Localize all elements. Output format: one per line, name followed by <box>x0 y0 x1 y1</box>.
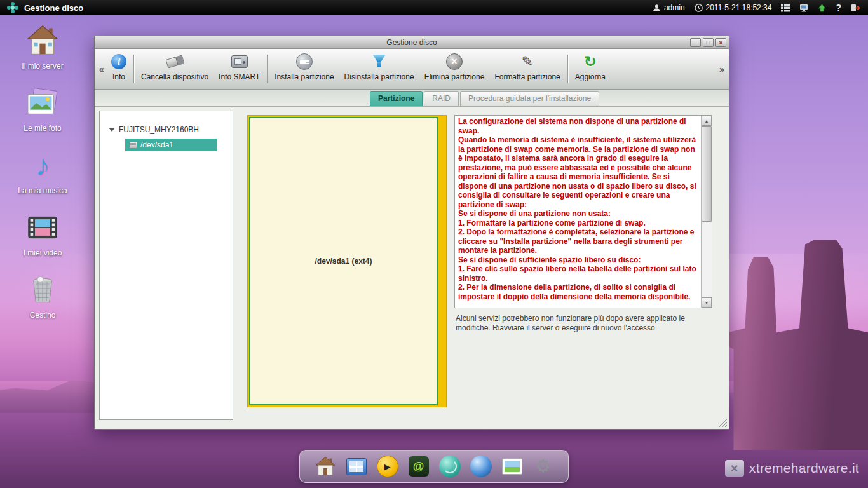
info-line: 1. Fare clic sullo spazio libero nella t… <box>458 264 698 283</box>
dock-network-icon[interactable] <box>438 454 462 478</box>
window-content: FUJITSU_MHY2160BH /dev/sda1 /dev/sda1 (e… <box>95 107 729 429</box>
xtremehardware-logo-icon <box>725 460 744 477</box>
device-icon <box>231 55 248 68</box>
dock-browser-icon[interactable] <box>469 454 493 478</box>
info-icon <box>111 54 126 69</box>
dock-file-manager-icon[interactable] <box>344 454 369 478</box>
desktop-icon-label: Le mie foto <box>24 124 61 133</box>
dock-media-player-icon[interactable] <box>376 454 400 478</box>
dock <box>299 450 569 483</box>
device-tree-panel: FUJITSU_MHY2160BH /dev/sda1 <box>99 111 233 420</box>
watermark-text: xtremehardware.it <box>749 461 859 476</box>
desktop-icon-trash[interactable]: Cestino <box>11 272 74 320</box>
erase-device-button[interactable]: Cancella dispositivo <box>136 50 214 88</box>
scroll-left-icon[interactable] <box>97 64 106 74</box>
logout-icon[interactable] <box>851 4 860 12</box>
partition-sda1-block[interactable]: /dev/sda1 (ext4) <box>249 117 438 405</box>
desktop-icon-my-videos[interactable]: I miei video <box>11 210 74 257</box>
desktop-icon-label: Cestino <box>30 311 56 320</box>
desktop-icon-my-photos[interactable]: Le mie foto <box>11 85 74 133</box>
dock-home-icon[interactable] <box>313 454 337 478</box>
eraser-icon <box>165 55 184 69</box>
mount-icon <box>296 53 313 70</box>
clock-icon <box>695 4 703 12</box>
clock: 2011-5-21 18:52:34 <box>695 3 772 12</box>
user-menu[interactable]: admin <box>653 3 685 12</box>
info-line: 2. Dopo la formattazione è completata, s… <box>458 227 698 255</box>
apps-grid-icon[interactable] <box>781 4 790 12</box>
desktop-icon-my-music[interactable]: ♪ La mia musica <box>11 147 74 195</box>
desktop-icon-label: Il mio server <box>22 62 63 71</box>
toolbar: Info Cancella dispositivo Info SMART Ins… <box>95 49 729 90</box>
disk-icon <box>129 142 137 149</box>
system-logo-icon <box>7 2 18 13</box>
user-name: admin <box>664 3 685 12</box>
tab-partizione[interactable]: Partizione <box>370 91 423 106</box>
partition-map: /dev/sda1 (ext4) <box>247 115 447 407</box>
info-line: Quando la memoria di sistema è insuffici… <box>458 135 698 209</box>
scroll-up-icon[interactable] <box>702 116 712 126</box>
dock-webmail-icon[interactable] <box>407 454 431 478</box>
delete-partition-button[interactable]: Elimina partizione <box>419 50 490 88</box>
toolbar-separator <box>267 55 268 83</box>
swap-info-panel: La configurazione del sistema non dispon… <box>454 115 712 308</box>
help-icon[interactable]: ? <box>836 3 841 13</box>
info-line: Se si dispone di una partizione non usat… <box>458 209 698 219</box>
info-button[interactable]: Info <box>106 50 132 88</box>
info-line: 1. Formattare la partizione come partizi… <box>458 219 698 228</box>
dock-settings-gear-icon[interactable] <box>531 454 555 478</box>
desktop-icon-my-server[interactable]: Il mio server <box>11 23 74 71</box>
window-titlebar[interactable]: Gestione disco <box>95 36 729 49</box>
topbar-title: Gestione disco <box>24 3 83 13</box>
topbar: Gestione disco admin 2011-5-21 18:52:34 … <box>0 0 868 15</box>
close-button[interactable] <box>715 38 726 47</box>
swap-info-text: La configurazione del sistema non dispon… <box>455 116 701 308</box>
dock-photo-viewer-icon[interactable] <box>500 454 524 478</box>
scrollbar[interactable] <box>701 116 712 308</box>
scroll-right-icon[interactable] <box>717 64 726 74</box>
upload-arrow-icon[interactable] <box>818 4 826 12</box>
scrollbar-thumb[interactable] <box>702 126 712 222</box>
maximize-button[interactable] <box>703 38 714 47</box>
smart-info-button[interactable]: Info SMART <box>214 50 265 88</box>
disk-management-window: Gestione disco Info Cancella dispositivo… <box>94 36 729 430</box>
collapse-triangle-icon[interactable] <box>109 128 115 132</box>
format-partition-button[interactable]: Formatta partizione <box>489 50 565 88</box>
resize-grip[interactable] <box>719 419 727 427</box>
info-line: 2. Per la dimensione della partizione, d… <box>458 283 698 301</box>
format-pencil-icon <box>522 53 533 70</box>
toolbar-separator <box>567 55 568 83</box>
tab-raid[interactable]: RAID <box>424 91 459 106</box>
network-status-icon[interactable] <box>799 4 808 12</box>
photos-icon <box>24 85 61 121</box>
free-space-strip[interactable] <box>438 116 446 407</box>
trash-icon <box>24 272 61 308</box>
house-icon <box>24 23 61 58</box>
device-name: FUJITSU_MHY2160BH <box>119 125 199 134</box>
desktop-icon-label: I miei video <box>24 248 62 257</box>
mount-partition-button[interactable]: Installa partizione <box>269 50 339 88</box>
desktop-icon-label: La mia musica <box>18 186 67 195</box>
unmount-icon <box>371 53 388 70</box>
music-note-icon: ♪ <box>24 147 61 183</box>
tabstrip: Partizione RAID Procedura guidata per l'… <box>95 90 729 107</box>
info-line: Se si dispone di sufficiente spazio libe… <box>458 255 698 265</box>
tree-device-row[interactable]: FUJITSU_MHY2160BH <box>109 125 233 134</box>
window-title: Gestione disco <box>386 38 437 47</box>
warning-note: Alcuni servizi potrebbero non funzionare… <box>456 314 711 333</box>
unmount-partition-button[interactable]: Disinstalla partizione <box>339 50 419 88</box>
refresh-button[interactable]: Aggiorna <box>570 50 611 88</box>
user-icon <box>653 4 661 12</box>
info-line: La configurazione del sistema non dispon… <box>458 117 698 135</box>
desktop-icon-column: Il mio server Le mie foto ♪ La mia music… <box>11 23 74 320</box>
tab-installation-wizard[interactable]: Procedura guidata per l'installazione <box>460 91 599 106</box>
minimize-button[interactable] <box>690 38 701 47</box>
toolbar-separator <box>133 55 134 83</box>
partition-label: /dev/sda1 (ext4) <box>315 257 372 266</box>
delete-icon <box>446 53 463 70</box>
tree-partition-row[interactable]: /dev/sda1 <box>125 139 217 151</box>
partition-name: /dev/sda1 <box>140 140 173 149</box>
filmstrip-icon <box>24 210 61 245</box>
refresh-icon <box>584 53 597 70</box>
scroll-down-icon[interactable] <box>702 297 712 308</box>
